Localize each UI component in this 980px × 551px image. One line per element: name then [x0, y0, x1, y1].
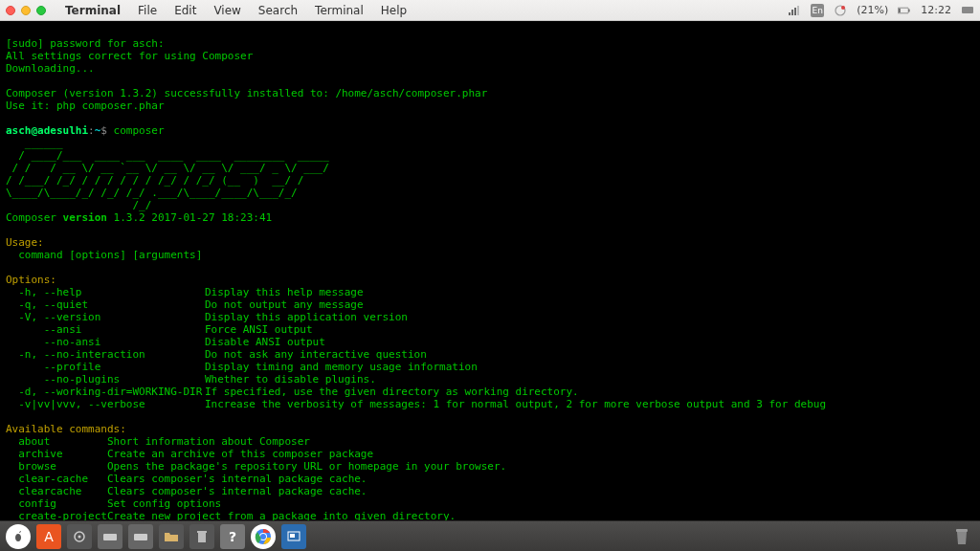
screenshot-icon[interactable] [281, 524, 306, 549]
keyboard-lang[interactable]: En [811, 4, 824, 17]
commands-list: aboutShort information about Composer ar… [6, 435, 538, 520]
installed-line: Composer (version 1.3.2) successfully in… [6, 87, 487, 99]
svg-rect-12 [103, 534, 117, 540]
help-icon[interactable]: ? [220, 524, 245, 549]
svg-rect-2 [794, 8, 796, 15]
svg-point-11 [78, 535, 81, 538]
svg-rect-15 [197, 531, 207, 533]
app-name[interactable]: Terminal [57, 4, 128, 17]
network-icon[interactable] [788, 4, 801, 17]
session-icon[interactable] [961, 4, 974, 17]
option-row: -d, --working-dir=WORKING-DIRIf specifie… [6, 386, 826, 398]
usage-body: command [options] [arguments] [6, 249, 202, 261]
window-controls [6, 6, 46, 15]
option-row: --no-ansiDisable ANSI output [6, 336, 826, 348]
command-row: aboutShort information about Composer [6, 435, 538, 448]
option-row: -n, --no-interactionDo not ask any inter… [6, 348, 826, 361]
disk2-icon[interactable] [128, 524, 153, 549]
trash-icon[interactable] [189, 524, 214, 549]
command-row: archiveCreate an archive of this compose… [6, 448, 538, 460]
battery-percent: (21%) [857, 4, 888, 16]
apple-icon[interactable] [6, 524, 31, 549]
menu-view[interactable]: View [206, 4, 248, 17]
folder-icon[interactable] [159, 524, 184, 549]
sudo-line: [sudo] password for asch: [6, 37, 165, 50]
svg-rect-20 [290, 534, 295, 538]
usage-head: Usage: [6, 236, 44, 249]
minimize-icon[interactable] [21, 6, 31, 15]
option-row: -V, --versionDisplay this application ve… [6, 311, 826, 323]
svg-rect-7 [908, 9, 909, 11]
terminal[interactable]: [sudo] password for asch: All settings c… [0, 21, 980, 520]
battery-icon[interactable] [898, 4, 911, 17]
version-line: Composer version 1.3.2 2017-01-27 18:23:… [6, 211, 272, 224]
options-list: -h, --helpDisplay this help message -q, … [6, 286, 826, 410]
menu-search[interactable]: Search [251, 4, 305, 17]
command-row: configSet config options [6, 497, 538, 510]
option-row: -q, --quietDo not output any message [6, 298, 826, 311]
settings-line: All settings correct for using Composer [6, 50, 253, 62]
options-head: Options: [6, 274, 56, 286]
svg-rect-21 [956, 529, 968, 532]
command-row: clear-cacheClears composer's internal pa… [6, 473, 538, 485]
maximize-icon[interactable] [36, 6, 46, 15]
downloading-line: Downloading... [6, 62, 95, 75]
menu-file[interactable]: File [130, 4, 165, 17]
chrome-icon[interactable] [251, 524, 276, 549]
prompt-line: asch@adesulhi:~$ composer [6, 124, 165, 137]
svg-point-5 [841, 6, 845, 10]
svg-rect-13 [134, 534, 147, 540]
status-area: En (21%) 12:22 [788, 4, 974, 17]
disk1-icon[interactable] [98, 524, 122, 549]
settings-icon[interactable] [67, 524, 92, 549]
menu-help[interactable]: Help [373, 4, 414, 17]
trash-right-icon[interactable] [949, 524, 974, 549]
svg-rect-14 [198, 533, 206, 542]
svg-rect-9 [962, 7, 973, 13]
option-row: --ansiForce ANSI output [6, 323, 826, 336]
svg-rect-1 [791, 10, 793, 15]
notify-icon[interactable] [834, 4, 847, 17]
menubar: Terminal File Edit View Search Terminal … [0, 0, 980, 21]
use-it-line: Use it: php composer.phar [6, 99, 165, 112]
command-row: create-projectCreate new project from a … [6, 510, 538, 520]
clock: 12:22 [921, 4, 951, 16]
commands-head: Available commands: [6, 423, 126, 435]
files-icon[interactable]: A [36, 524, 61, 549]
menu-edit[interactable]: Edit [167, 4, 204, 17]
svg-rect-0 [789, 12, 791, 15]
command-row: clearcacheClears composer's internal pac… [6, 485, 538, 497]
close-icon[interactable] [6, 6, 15, 15]
svg-rect-8 [899, 8, 901, 11]
command-row: browseOpens the package's repository URL… [6, 460, 538, 473]
option-row: --profileDisplay timing and memory usage… [6, 361, 826, 373]
composer-ascii: ______ / ____/___ ____ ___ ____ ____ ___… [6, 137, 329, 211]
option-row: -v|vv|vvv, --verboseIncrease the verbosi… [6, 398, 826, 410]
menu-terminal[interactable]: Terminal [307, 4, 371, 17]
option-row: -h, --helpDisplay this help message [6, 286, 826, 298]
svg-rect-3 [797, 6, 799, 15]
taskbar: A ? [0, 520, 980, 551]
option-row: --no-pluginsWhether to disable plugins. [6, 373, 826, 386]
